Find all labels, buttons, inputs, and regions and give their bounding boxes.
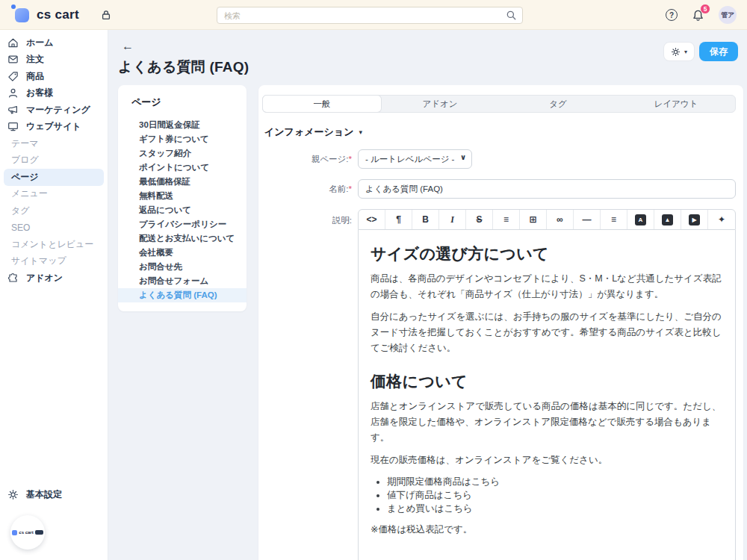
name-input[interactable] bbox=[358, 179, 736, 199]
page-list-item[interactable]: 無料配送 bbox=[118, 188, 247, 202]
sidebar-item-seo[interactable]: SEO bbox=[0, 220, 108, 237]
toolbar-table-button[interactable]: ⊞ bbox=[520, 210, 547, 229]
toolbar-italic-button[interactable]: I bbox=[439, 210, 466, 229]
page-list-item[interactable]: ポイントについて bbox=[118, 160, 247, 174]
settings-dropdown-button[interactable]: ▾ bbox=[663, 42, 695, 61]
sidebar-item-customers[interactable]: お客様 bbox=[0, 85, 108, 102]
avatar[interactable]: 管ア bbox=[719, 6, 737, 24]
parent-page-select[interactable]: - ルートレベルページ - bbox=[358, 149, 472, 169]
sidebar-item-blog[interactable]: ブログ bbox=[0, 152, 108, 169]
information-section-header[interactable]: インフォメーション ▾ bbox=[264, 125, 736, 139]
sidebar-item-label: ウェブサイト bbox=[26, 120, 81, 133]
monitor-icon bbox=[7, 121, 19, 132]
page-list-item[interactable]: 会社概要 bbox=[118, 246, 247, 260]
topbar: cs cart ? 5 管ア bbox=[0, 0, 747, 30]
sidebar-item-orders[interactable]: 注文 bbox=[0, 52, 108, 69]
lock-icon[interactable] bbox=[100, 9, 112, 21]
page-list-item[interactable]: 返品について bbox=[118, 202, 247, 217]
content-list-item: 値下げ商品はこちら bbox=[387, 488, 723, 502]
required-mark: * bbox=[349, 155, 352, 164]
sidebar-item-menu[interactable]: メニュー bbox=[0, 186, 108, 203]
sidebar-item-tags[interactable]: タグ bbox=[0, 202, 108, 220]
toolbar-hr-button[interactable]: — bbox=[574, 210, 601, 229]
page-list-item[interactable]: ギフト券について bbox=[118, 131, 247, 146]
toolbar-strikethrough-button[interactable]: S bbox=[466, 210, 493, 229]
sidebar-item-label: アドオン bbox=[26, 272, 63, 284]
table-icon: ⊞ bbox=[529, 214, 536, 225]
toolbar-magic-wand-button[interactable]: ✦ bbox=[708, 210, 735, 229]
description-label: 説明: bbox=[262, 209, 358, 226]
toolbar-link-button[interactable]: ∞ bbox=[547, 210, 574, 229]
notification-badge: 5 bbox=[700, 4, 710, 14]
toolbar-align-button[interactable]: ≡ bbox=[601, 210, 627, 229]
description-editor: <> ¶ B I S ≡ ⊞ ∞ — ≡ A ▲ bbox=[358, 209, 736, 560]
page-list-item[interactable]: スタッフ紹介 bbox=[118, 146, 247, 160]
search-input[interactable] bbox=[217, 7, 523, 24]
toolbar-bold-button[interactable]: B bbox=[412, 210, 439, 229]
bold-icon: B bbox=[422, 214, 429, 225]
link-icon: ∞ bbox=[557, 214, 563, 225]
cscart-store-badge[interactable]: cs cart bbox=[10, 515, 45, 550]
save-button[interactable]: 保存 bbox=[699, 42, 738, 61]
content-list-item: 期間限定価格商品はこちら bbox=[387, 475, 723, 488]
sidebar: ホーム 注文 商品 お客様 マーケティング ウェブサイト テーマ bbox=[0, 30, 108, 560]
sidebar-item-comments-reviews[interactable]: コメントとレビュー bbox=[0, 236, 108, 253]
mini-logo-text: cs cart bbox=[19, 530, 33, 535]
required-mark: * bbox=[349, 184, 352, 193]
image-icon: ▲ bbox=[662, 214, 673, 225]
puzzle-icon bbox=[7, 273, 19, 284]
italic-icon: I bbox=[450, 214, 454, 225]
page-list-item-active[interactable]: よくある質問 (FAQ) bbox=[118, 288, 247, 302]
bullet-list-icon: ≡ bbox=[503, 214, 509, 225]
page-list-item[interactable]: 30日間返金保証 bbox=[118, 117, 247, 131]
page-list-item[interactable]: 配送とお支払いについて bbox=[118, 231, 247, 246]
megaphone-icon bbox=[7, 105, 19, 116]
help-icon[interactable]: ? bbox=[666, 9, 678, 21]
parent-page-label: 親ページ:* bbox=[262, 154, 358, 165]
toolbar-text-bg-button[interactable]: A bbox=[627, 210, 654, 229]
page-list-item[interactable]: プライバシーポリシー bbox=[118, 217, 247, 231]
page-list-item[interactable]: お問合せ先 bbox=[118, 260, 247, 274]
sidebar-item-home[interactable]: ホーム bbox=[0, 34, 108, 52]
video-icon: ▶ bbox=[689, 214, 700, 225]
magic-wand-icon: ✦ bbox=[718, 214, 725, 225]
sidebar-item-products[interactable]: 商品 bbox=[0, 68, 108, 85]
page-list-item[interactable]: お問合せフォーム bbox=[118, 274, 247, 288]
back-button[interactable]: ← bbox=[122, 40, 249, 52]
sidebar-item-addons[interactable]: アドオン bbox=[0, 270, 108, 287]
detail-tabs: 一般 アドオン タグ レイアウト bbox=[262, 95, 736, 113]
tab-tags[interactable]: タグ bbox=[499, 96, 617, 112]
editor-content[interactable]: サイズの選び方について 商品は、各商品のデザインやコンセプトにより、S・M・Lな… bbox=[358, 230, 736, 560]
page-detail-panel: 一般 アドオン タグ レイアウト インフォメーション ▾ 親ページ:* - bbox=[258, 85, 743, 560]
alignment-icon: ≡ bbox=[611, 214, 616, 225]
sidebar-item-pages[interactable]: ページ bbox=[4, 169, 104, 186]
toolbar-source-code-button[interactable]: <> bbox=[359, 210, 385, 229]
notifications-button[interactable]: 5 bbox=[692, 9, 704, 22]
sidebar-item-label: ホーム bbox=[26, 37, 54, 49]
sidebar-item-settings[interactable]: 基本設定 bbox=[0, 485, 108, 503]
content-paragraph: 商品は、各商品のデザインやコンセプトにより、S・M・Lなど共通したサイズ表記の場… bbox=[371, 271, 723, 302]
tab-addons[interactable]: アドオン bbox=[381, 96, 499, 112]
sidebar-item-website[interactable]: ウェブサイト bbox=[0, 119, 108, 136]
gear-icon bbox=[7, 489, 19, 500]
sidebar-item-marketing[interactable]: マーケティング bbox=[0, 102, 108, 119]
content-paragraph: 店舗とオンラインストアで販売している商品の価格は基本的に同じです。ただし、店舗を… bbox=[371, 399, 723, 446]
sidebar-item-sitemap[interactable]: サイトマップ bbox=[0, 253, 108, 270]
cscart-logo-icon bbox=[15, 7, 31, 22]
strikethrough-icon: S bbox=[476, 214, 482, 225]
toolbar-image-button[interactable]: ▲ bbox=[654, 210, 681, 229]
orders-icon bbox=[7, 54, 19, 65]
tab-layout[interactable]: レイアウト bbox=[617, 96, 735, 112]
toolbar-paragraph-button[interactable]: ¶ bbox=[385, 210, 412, 229]
topbar-right: ? 5 管ア bbox=[666, 0, 737, 30]
tab-general[interactable]: 一般 bbox=[263, 96, 381, 112]
sidebar-item-themes[interactable]: テーマ bbox=[0, 135, 108, 152]
cscart-logo[interactable]: cs cart bbox=[10, 7, 79, 22]
chevron-down-icon: ▾ bbox=[684, 49, 687, 55]
name-label: 名前:* bbox=[262, 184, 358, 195]
search-icon[interactable] bbox=[506, 10, 517, 21]
toolbar-list-button[interactable]: ≡ bbox=[493, 210, 520, 229]
content-paragraph: 現在の販売価格は、オンラインストアをご覧ください。 bbox=[371, 452, 723, 468]
page-list-item[interactable]: 最低価格保証 bbox=[118, 174, 247, 188]
toolbar-video-button[interactable]: ▶ bbox=[681, 210, 708, 229]
